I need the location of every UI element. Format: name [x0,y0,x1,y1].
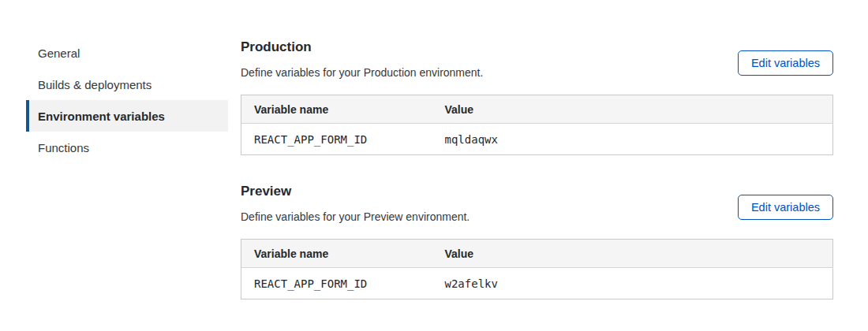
table-header-row: Variable name Value [241,240,833,268]
preview-variables-table: Variable name Value REACT_APP_FORM_ID w2… [241,239,833,299]
variable-name-cell: REACT_APP_FORM_ID [241,268,432,299]
sidebar-item-general[interactable]: General [26,37,228,69]
preview-section: Preview Define variables for your Previe… [241,184,833,299]
sidebar-item-functions[interactable]: Functions [26,132,228,163]
column-header-value: Value [432,240,833,268]
environment-variables-panel: Production Define variables for your Pro… [241,0,833,331]
section-title-production: Production [241,39,483,55]
edit-variables-button-preview[interactable]: Edit variables [738,195,833,220]
section-title-preview: Preview [241,184,470,199]
variable-value-cell: mqldaqwx [432,124,833,155]
section-description-production: Define variables for your Production env… [241,66,483,79]
preview-section-header: Preview Define variables for your Previe… [241,184,833,223]
production-section: Production Define variables for your Pro… [241,39,833,155]
sidebar-item-label: General [38,46,80,60]
section-description-preview: Define variables for your Preview enviro… [241,210,470,223]
sidebar-item-label: Functions [38,141,89,154]
edit-variables-button-production[interactable]: Edit variables [738,50,833,76]
table-row: REACT_APP_FORM_ID w2afelkv [241,268,833,299]
production-variables-table: Variable name Value REACT_APP_FORM_ID mq… [241,95,833,155]
preview-section-text: Preview Define variables for your Previe… [241,184,470,223]
column-header-value: Value [432,95,833,124]
variable-value-cell: w2afelkv [432,268,833,299]
variable-name-cell: REACT_APP_FORM_ID [241,124,432,155]
sidebar-item-label: Environment variables [38,110,165,123]
table-header-row: Variable name Value [241,95,833,124]
column-header-variable-name: Variable name [241,240,432,268]
production-section-text: Production Define variables for your Pro… [241,39,483,79]
table-row: REACT_APP_FORM_ID mqldaqwx [241,124,833,155]
production-section-header: Production Define variables for your Pro… [241,39,833,79]
sidebar-item-label: Builds & deployments [38,78,152,91]
column-header-variable-name: Variable name [241,95,432,124]
settings-sidebar: General Builds & deployments Environment… [0,0,228,331]
sidebar-item-builds-deployments[interactable]: Builds & deployments [26,69,228,100]
sidebar-item-environment-variables[interactable]: Environment variables [26,100,228,132]
